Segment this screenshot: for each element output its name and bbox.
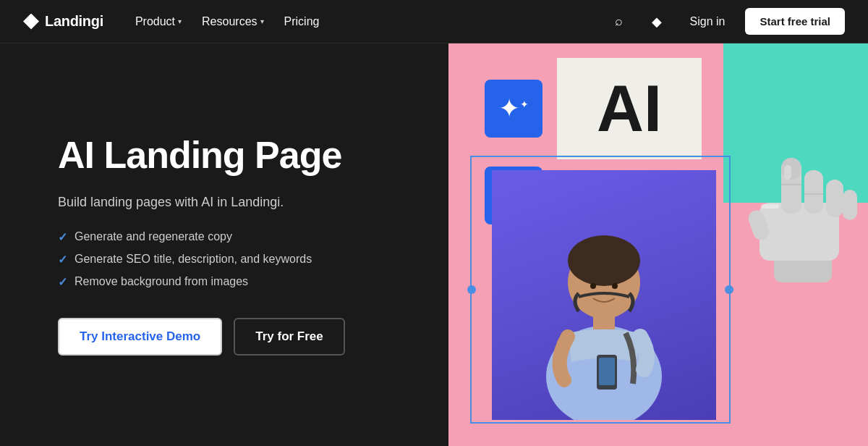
- nav-item-resources[interactable]: Resources ▾: [193, 9, 272, 34]
- svg-rect-18: [761, 204, 779, 209]
- feature-1: ✓ Generate and regenerate copy: [58, 230, 405, 244]
- svg-rect-12: [804, 170, 823, 214]
- person-svg: [524, 188, 684, 420]
- logo[interactable]: Landingi: [23, 13, 103, 30]
- navbar: Landingi Product ▾ Resources ▾ Pricing ⌕…: [0, 0, 868, 43]
- signin-button[interactable]: Sign in: [681, 9, 734, 34]
- chevron-down-icon: ▾: [178, 17, 182, 25]
- search-button[interactable]: ⌕: [606, 9, 632, 35]
- svg-rect-7: [599, 358, 615, 385]
- svg-rect-13: [826, 180, 843, 217]
- check-icon: ✓: [58, 230, 67, 244]
- svg-point-2: [568, 235, 640, 286]
- hero-subtitle: Build landing pages with AI in Landingi.: [58, 195, 405, 210]
- nav-label-resources: Resources: [202, 15, 257, 28]
- nav-items: Product ▾ Resources ▾ Pricing: [127, 9, 606, 34]
- demo-button[interactable]: Try Interactive Demo: [58, 318, 222, 355]
- ai-icon-block: ✦✦: [485, 80, 542, 138]
- free-trial-button[interactable]: Try for Free: [234, 318, 345, 355]
- feature-text-3: Remove background from images: [75, 275, 248, 288]
- main-content: AI Landing Page Build landing pages with…: [0, 43, 868, 446]
- robot-hand: [716, 138, 868, 297]
- svg-point-5: [612, 283, 618, 289]
- svg-rect-3: [593, 311, 615, 329]
- svg-point-4: [590, 283, 596, 289]
- person-block: [492, 170, 716, 420]
- hero-features: ✓ Generate and regenerate copy ✓ Generat…: [58, 230, 405, 289]
- hero-left: AI Landing Page Build landing pages with…: [0, 43, 448, 446]
- svg-rect-14: [843, 190, 857, 220]
- robot-hand-svg: [716, 138, 868, 297]
- start-trial-button[interactable]: Start free trial: [745, 8, 845, 35]
- nav-right: ⌕ ◆ Sign in Start free trial: [606, 8, 845, 35]
- hero-buttons: Try Interactive Demo Try for Free: [58, 318, 405, 355]
- check-icon: ✓: [58, 253, 67, 266]
- hero-title: AI Landing Page: [58, 134, 405, 177]
- hero-collage: AI ✦✦ ✂: [448, 43, 868, 446]
- feature-text-1: Generate and regenerate copy: [75, 230, 232, 243]
- globe-button[interactable]: ◆: [644, 9, 670, 35]
- svg-rect-19: [784, 165, 791, 180]
- ai-label: AI: [597, 76, 662, 141]
- nav-label-pricing: Pricing: [284, 15, 320, 28]
- block-white: AI: [557, 58, 702, 159]
- hero-right: AI ✦✦ ✂: [448, 43, 868, 446]
- nav-label-product: Product: [135, 15, 175, 28]
- search-icon: ⌕: [615, 14, 623, 29]
- check-icon: ✓: [58, 275, 67, 289]
- feature-2: ✓ Generate SEO title, description, and k…: [58, 253, 405, 266]
- nav-item-product[interactable]: Product ▾: [127, 9, 190, 34]
- feature-3: ✓ Remove background from images: [58, 275, 405, 289]
- logo-diamond: [23, 14, 39, 30]
- nav-item-pricing[interactable]: Pricing: [276, 9, 328, 34]
- logo-text: Landingi: [45, 13, 103, 30]
- globe-icon: ◆: [652, 14, 662, 30]
- chevron-down-icon: ▾: [260, 17, 264, 25]
- feature-text-2: Generate SEO title, description, and key…: [75, 253, 312, 266]
- ai-star-icon: ✦✦: [498, 93, 529, 124]
